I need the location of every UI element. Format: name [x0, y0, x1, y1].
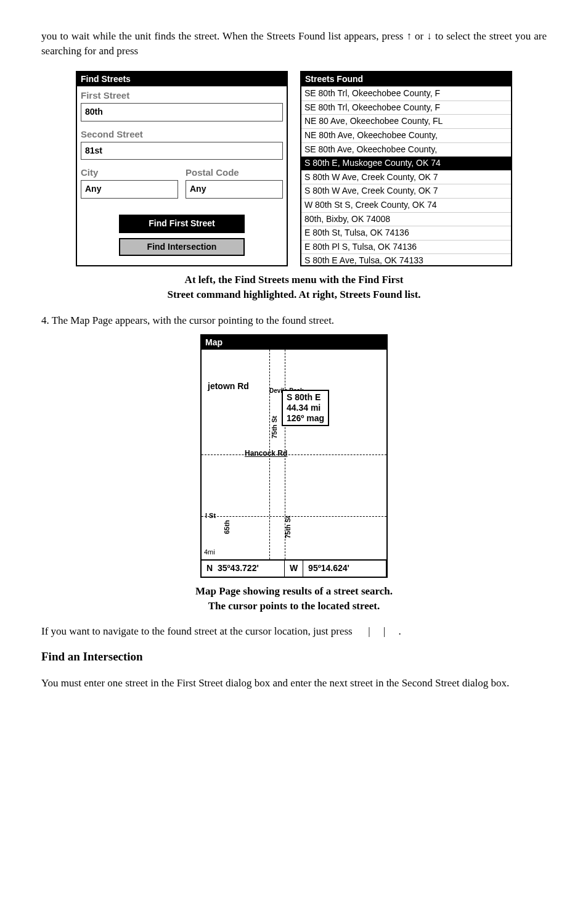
map-body[interactable]: jetown Rd Devils.Peak Hancock Rd 75th St…: [202, 350, 386, 559]
list-item[interactable]: W 80th St S, Creek County, OK 74: [301, 198, 511, 212]
caption-1a: At left, the Find Streets menu with the …: [185, 274, 404, 286]
second-street-input[interactable]: 81st: [81, 142, 283, 160]
streets-found-list[interactable]: SE 80th Trl, Okeechobee County, FSE 80th…: [301, 86, 511, 265]
road-75th-1: 75th St: [270, 416, 279, 439]
caption-2a: Map Page showing results of a street sea…: [195, 585, 393, 597]
find-intersection-heading: Find an Intersection: [41, 649, 547, 665]
second-street-label: Second Street: [77, 125, 287, 141]
step-4-text: 4. The Map Page appears, with the cursor…: [41, 313, 547, 328]
map-lon: 95º14.624': [303, 561, 386, 577]
find-first-street-button[interactable]: Find First Street: [119, 215, 245, 233]
map-info-box: S 80th E 44.34 mi 126º mag: [282, 390, 329, 426]
find-streets-panel: Find Streets First Street 80th Second St…: [76, 71, 288, 267]
list-item[interactable]: E 80th St, Tulsa, OK 74136: [301, 226, 511, 240]
postal-code-label: Postal Code: [182, 163, 287, 179]
screenshot-pair: Find Streets First Street 80th Second St…: [41, 71, 547, 267]
road-jetown: jetown Rd: [208, 380, 249, 393]
map-lat: N 35º43.722': [202, 561, 285, 577]
city-input[interactable]: Any: [81, 180, 178, 199]
caption-2b: The cursor points to the located street.: [208, 600, 380, 612]
streets-found-title: Streets Found: [301, 72, 511, 87]
caption-1: At left, the Find Streets menu with the …: [41, 273, 547, 302]
postal-code-input[interactable]: Any: [186, 180, 283, 199]
map-title: Map: [202, 335, 386, 350]
map-panel: Map jetown Rd Devils.Peak Hancock Rd 75t…: [200, 334, 388, 578]
map-footer: N 35º43.722' W 95º14.624': [202, 559, 386, 577]
list-item[interactable]: S 80th E, Muskogee County, OK 74: [301, 156, 511, 170]
map-info-street: S 80th E: [287, 392, 321, 402]
first-street-input[interactable]: 80th: [81, 103, 283, 121]
list-item[interactable]: S 80th W Ave, Creek County, OK 7: [301, 184, 511, 198]
map-info-distance: 44.34 mi: [287, 403, 321, 413]
find-intersection-body: You must enter one street in the First S…: [41, 676, 547, 691]
road-hancock: Hancock Rd: [245, 448, 287, 459]
list-item[interactable]: E 80th Pl S, Tulsa, OK 74136: [301, 240, 511, 254]
panel-title: Find Streets: [77, 72, 287, 87]
streets-found-panel: Streets Found SE 80th Trl, Okeechobee Co…: [300, 71, 512, 267]
list-item[interactable]: S 80th E Ave, Tulsa, OK 74133: [301, 253, 511, 265]
list-item[interactable]: NE 80 Ave, Okeechobee County, FL: [301, 114, 511, 128]
map-scale: 4mi: [204, 548, 215, 557]
list-item[interactable]: SE 80th Trl, Okeechobee County, F: [301, 86, 511, 101]
road-75th-2: 75th St: [284, 516, 293, 539]
caption-1b: Street command highlighted. At right, St…: [167, 289, 420, 300]
map-info-bearing: 126º mag: [287, 413, 324, 423]
first-street-label: First Street: [77, 86, 287, 102]
road-65th: 65th: [223, 520, 232, 535]
list-item[interactable]: SE 80th Ave, Okeechobee County,: [301, 142, 511, 157]
list-item[interactable]: S 80th W Ave, Creek County, OK 7: [301, 170, 511, 184]
list-item[interactable]: NE 80th Ave, Okeechobee County,: [301, 128, 511, 142]
city-label: City: [77, 163, 182, 179]
intro-text: you to wait while the unit finds the str…: [41, 29, 547, 59]
list-item[interactable]: 80th, Bixby, OK 74008: [301, 212, 511, 226]
caption-2: Map Page showing results of a street sea…: [41, 584, 547, 614]
list-item[interactable]: SE 80th Trl, Okeechobee County, F: [301, 101, 511, 115]
map-w: W: [285, 561, 303, 577]
find-intersection-button[interactable]: Find Intersection: [119, 238, 245, 257]
road-l-st: l St: [205, 511, 216, 520]
nav-instruction: If you want to navigate to the found str…: [41, 624, 547, 639]
